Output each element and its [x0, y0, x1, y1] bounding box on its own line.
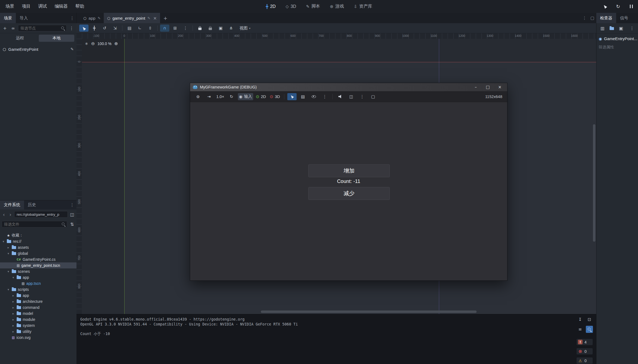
- debugger-badge-messages[interactable]: !4: [577, 339, 593, 345]
- scene-tab-game-entry-point[interactable]: ○ game_entry_point ✎ ×: [104, 13, 160, 23]
- scene-tab-app[interactable]: ○ app ✎: [80, 13, 104, 23]
- workspace-tab-assets[interactable]: ⇩资产库: [350, 2, 376, 11]
- horizontal-scrollbar[interactable]: [261, 310, 477, 313]
- tab-history[interactable]: 历史: [24, 200, 40, 209]
- sort-files-icon[interactable]: ⇅: [69, 221, 75, 227]
- fs-tree-item[interactable]: ▾app: [0, 274, 76, 280]
- input-mode-button[interactable]: ◉ 输入: [238, 93, 253, 100]
- workspace-tab-script[interactable]: ✎脚本: [302, 2, 324, 11]
- snap-options-icon[interactable]: ⋮: [181, 25, 190, 32]
- zoom-in-button[interactable]: ⊕: [114, 41, 118, 46]
- skeleton-options-button[interactable]: ⋔: [226, 25, 236, 32]
- file-filter-input[interactable]: [2, 221, 67, 227]
- selection-list-button[interactable]: ▤: [298, 93, 308, 100]
- camera-3d-button[interactable]: ⊙ 3D: [269, 93, 281, 100]
- zoom-level[interactable]: 100.0 %: [98, 42, 111, 46]
- tree-expand-icon[interactable]: ▸: [11, 300, 15, 303]
- pause-game-button[interactable]: [627, 2, 635, 11]
- mute-audio-button[interactable]: [336, 93, 345, 100]
- move-tool-button[interactable]: ╋: [90, 25, 99, 32]
- ruler-tool-button[interactable]: ∟: [135, 25, 144, 32]
- view-menu-button[interactable]: 视图 ▾: [237, 26, 253, 31]
- menubar-item[interactable]: 项目: [18, 2, 34, 11]
- rotate-tool-button[interactable]: ↺: [100, 25, 109, 32]
- camera-2d-button[interactable]: ⊙ 2D: [255, 93, 267, 100]
- debugger-badge-warnings[interactable]: ⚠0: [577, 357, 593, 364]
- tree-expand-icon[interactable]: ▸: [11, 306, 15, 309]
- tab-list-menu-icon[interactable]: ⋮: [583, 16, 587, 20]
- decrease-button[interactable]: 减少: [308, 187, 390, 200]
- remote-button[interactable]: 远程: [2, 35, 38, 42]
- scale-tool-button[interactable]: ⇲: [110, 25, 120, 32]
- workspace-tab-2d[interactable]: ╋2D: [262, 2, 279, 11]
- close-tab-icon[interactable]: ×: [153, 16, 157, 21]
- lock-node-button[interactable]: [195, 25, 205, 32]
- game-window-titlebar[interactable]: MyGFrameworkGame (DEBUG) – □ ×: [190, 83, 507, 91]
- fullscreen-button[interactable]: ▢: [368, 93, 378, 100]
- fs-tree-item[interactable]: ▸module: [0, 316, 76, 322]
- tab-inspector[interactable]: 检查器: [596, 13, 616, 23]
- save-resource-icon[interactable]: ▣: [618, 25, 624, 32]
- scene-dock-menu-icon[interactable]: ⋮: [68, 13, 76, 23]
- fs-tree-item[interactable]: ▸utility: [0, 329, 76, 335]
- zoom-out-button[interactable]: ⊖: [91, 41, 94, 46]
- tree-collapse-icon[interactable]: ▾: [2, 240, 5, 243]
- vertical-scrollbar[interactable]: [593, 124, 595, 242]
- split-view-icon[interactable]: ◫: [69, 211, 75, 218]
- new-resource-icon[interactable]: ▥: [599, 25, 606, 32]
- menubar-item[interactable]: 编辑器: [51, 2, 72, 11]
- nav-forward-icon[interactable]: ›: [8, 211, 13, 218]
- open-script-icon[interactable]: ✎: [70, 47, 74, 51]
- tab-signals[interactable]: 信号: [616, 13, 632, 23]
- debugger-icon[interactable]: ⊚: [193, 93, 203, 100]
- speed-selector[interactable]: 1.0×: [215, 94, 225, 99]
- smart-snap-button[interactable]: ∩: [160, 25, 169, 32]
- add-node-button[interactable]: +: [2, 25, 8, 31]
- fs-tree-item[interactable]: ▸command: [0, 304, 76, 310]
- tree-expand-icon[interactable]: ▸: [7, 246, 10, 249]
- search-output-button[interactable]: [586, 326, 593, 333]
- camera-options-icon[interactable]: ⋮: [358, 93, 367, 100]
- fs-tree-item[interactable]: ▸assets: [0, 244, 76, 250]
- tree-collapse-icon[interactable]: ▾: [7, 252, 10, 255]
- tree-expand-icon[interactable]: ▸: [11, 318, 15, 321]
- scene-tree-root-node[interactable]: ○ GameEntryPoint ✎: [1, 45, 75, 53]
- game-focus-button[interactable]: [601, 2, 609, 11]
- fs-tree-item[interactable]: ▸system: [0, 322, 76, 329]
- fs-tree-item[interactable]: ▸architecture: [0, 298, 76, 304]
- tree-collapse-icon[interactable]: ▾: [11, 276, 15, 279]
- add-scene-tab-button[interactable]: +: [160, 13, 171, 23]
- distraction-free-icon[interactable]: ▢: [590, 16, 594, 20]
- pick-node-button[interactable]: [287, 93, 297, 100]
- selection-options-icon[interactable]: ⋮: [320, 93, 329, 100]
- filesystem-menu-icon[interactable]: ⋮: [68, 200, 76, 209]
- fs-tree-item[interactable]: ▾scenes: [0, 268, 76, 274]
- increase-button[interactable]: 增加: [308, 164, 390, 177]
- tree-collapse-icon[interactable]: ▾: [7, 270, 10, 273]
- property-filter[interactable]: 筛选属性: [596, 42, 638, 52]
- minimize-button[interactable]: –: [473, 85, 478, 90]
- tree-expand-icon[interactable]: ▸: [11, 294, 15, 297]
- fs-tree-item[interactable]: ▸app: [0, 292, 76, 298]
- fs-tree-item[interactable]: ▤app.tscn: [0, 280, 76, 286]
- workspace-tab-game[interactable]: ⊛游戏: [326, 2, 348, 11]
- menubar-item[interactable]: 帮助: [72, 2, 88, 11]
- tab-filesystem[interactable]: 文件系统: [0, 200, 24, 209]
- restart-button[interactable]: ↻: [227, 93, 236, 100]
- local-button[interactable]: 本地: [39, 35, 74, 42]
- menubar-item[interactable]: 场景: [2, 2, 18, 11]
- collapse-lines-icon[interactable]: ≡: [577, 326, 584, 333]
- copy-output-icon[interactable]: ⊡: [586, 316, 593, 323]
- close-button[interactable]: ×: [497, 85, 502, 90]
- tab-import-dock[interactable]: 导入: [16, 13, 32, 23]
- list-select-button[interactable]: ▤: [125, 25, 134, 32]
- path-input[interactable]: [14, 211, 68, 218]
- select-tool-button[interactable]: [79, 25, 88, 32]
- restart-game-button[interactable]: ↻: [614, 2, 622, 11]
- node-filter-input[interactable]: [18, 25, 67, 31]
- visibility-button[interactable]: [309, 93, 318, 100]
- inspected-node-row[interactable]: ◉ GameEntryPoint...: [596, 34, 638, 42]
- instance-scene-button[interactable]: ∞: [10, 25, 16, 31]
- fs-tree-item[interactable]: ▸model: [0, 310, 76, 316]
- grid-snap-button[interactable]: ⊞: [170, 25, 180, 32]
